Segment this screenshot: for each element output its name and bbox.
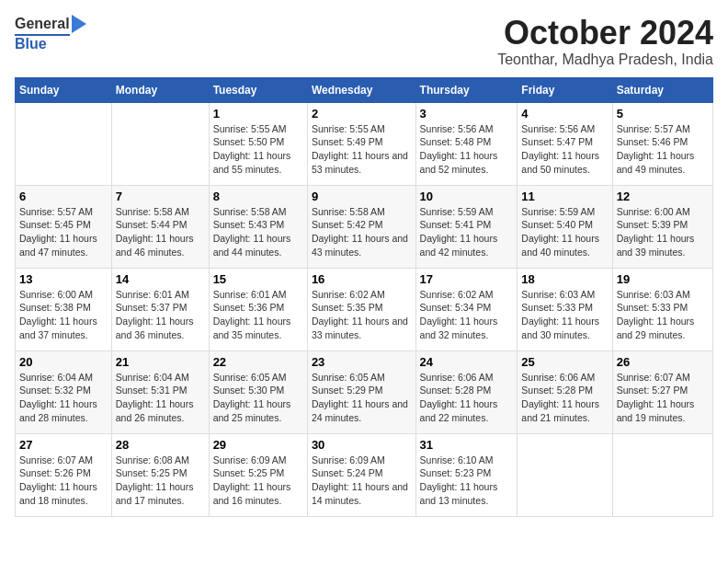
day-number-14: 14 bbox=[116, 272, 205, 286]
day-cell-3-1: 21Sunrise: 6:04 AMSunset: 5:31 PMDayligh… bbox=[111, 350, 209, 433]
calendar-subtitle: Teonthar, Madhya Pradesh, India bbox=[497, 52, 713, 68]
day-cell-1-5: 11Sunrise: 5:59 AMSunset: 5:40 PMDayligh… bbox=[518, 185, 612, 268]
day-detail-15: Sunrise: 6:01 AMSunset: 5:36 PMDaylight:… bbox=[213, 288, 303, 342]
day-number-6: 6 bbox=[19, 190, 108, 203]
week-row-4: 20Sunrise: 6:04 AMSunset: 5:32 PMDayligh… bbox=[16, 350, 713, 433]
day-number-9: 9 bbox=[312, 190, 412, 203]
day-detail-5: Sunrise: 5:57 AMSunset: 5:46 PMDaylight:… bbox=[617, 122, 709, 177]
week-row-5: 27Sunrise: 6:07 AMSunset: 5:26 PMDayligh… bbox=[16, 433, 713, 516]
header-tuesday: Tuesday bbox=[209, 77, 307, 102]
day-number-21: 21 bbox=[116, 355, 205, 369]
day-detail-23: Sunrise: 6:05 AMSunset: 5:29 PMDaylight:… bbox=[312, 371, 412, 425]
day-detail-25: Sunrise: 6:06 AMSunset: 5:28 PMDaylight:… bbox=[521, 371, 608, 425]
day-cell-3-4: 24Sunrise: 6:06 AMSunset: 5:28 PMDayligh… bbox=[415, 350, 518, 433]
day-number-15: 15 bbox=[213, 272, 303, 286]
day-number-23: 23 bbox=[312, 355, 412, 369]
day-cell-4-1: 28Sunrise: 6:08 AMSunset: 5:25 PMDayligh… bbox=[111, 433, 209, 516]
logo-general-text: General bbox=[15, 16, 70, 32]
header-thursday: Thursday bbox=[415, 77, 518, 102]
day-detail-6: Sunrise: 5:57 AMSunset: 5:45 PMDaylight:… bbox=[19, 205, 108, 259]
calendar-table: Sunday Monday Tuesday Wednesday Thursday… bbox=[15, 77, 713, 517]
day-detail-24: Sunrise: 6:06 AMSunset: 5:28 PMDaylight:… bbox=[420, 371, 514, 425]
day-number-5: 5 bbox=[617, 107, 709, 121]
day-cell-0-4: 3Sunrise: 5:56 AMSunset: 5:48 PMDaylight… bbox=[415, 102, 518, 185]
day-number-16: 16 bbox=[312, 272, 412, 286]
day-detail-2: Sunrise: 5:55 AMSunset: 5:49 PMDaylight:… bbox=[312, 122, 412, 177]
svg-marker-0 bbox=[72, 15, 86, 33]
day-cell-3-3: 23Sunrise: 6:05 AMSunset: 5:29 PMDayligh… bbox=[307, 350, 415, 433]
day-detail-22: Sunrise: 6:05 AMSunset: 5:30 PMDaylight:… bbox=[213, 371, 303, 425]
day-number-26: 26 bbox=[617, 355, 709, 369]
day-number-4: 4 bbox=[521, 107, 608, 121]
day-cell-0-6: 5Sunrise: 5:57 AMSunset: 5:46 PMDaylight… bbox=[612, 102, 712, 185]
day-detail-28: Sunrise: 6:08 AMSunset: 5:25 PMDaylight:… bbox=[116, 454, 205, 508]
day-cell-2-3: 16Sunrise: 6:02 AMSunset: 5:35 PMDayligh… bbox=[307, 268, 415, 350]
day-cell-0-2: 1Sunrise: 5:55 AMSunset: 5:50 PMDaylight… bbox=[209, 102, 307, 185]
day-cell-4-5 bbox=[518, 433, 612, 516]
day-cell-4-6 bbox=[612, 433, 712, 516]
day-detail-8: Sunrise: 5:58 AMSunset: 5:43 PMDaylight:… bbox=[213, 205, 303, 259]
header-wednesday: Wednesday bbox=[307, 77, 415, 102]
day-number-11: 11 bbox=[521, 190, 608, 203]
day-cell-1-1: 7Sunrise: 5:58 AMSunset: 5:44 PMDaylight… bbox=[111, 185, 209, 268]
day-cell-3-2: 22Sunrise: 6:05 AMSunset: 5:30 PMDayligh… bbox=[209, 350, 307, 433]
day-cell-2-2: 15Sunrise: 6:01 AMSunset: 5:36 PMDayligh… bbox=[209, 268, 307, 350]
day-detail-21: Sunrise: 6:04 AMSunset: 5:31 PMDaylight:… bbox=[116, 371, 205, 425]
day-number-17: 17 bbox=[420, 272, 514, 286]
week-row-3: 13Sunrise: 6:00 AMSunset: 5:38 PMDayligh… bbox=[16, 268, 713, 350]
day-cell-3-5: 25Sunrise: 6:06 AMSunset: 5:28 PMDayligh… bbox=[518, 350, 612, 433]
day-cell-2-4: 17Sunrise: 6:02 AMSunset: 5:34 PMDayligh… bbox=[415, 268, 518, 350]
page-header: General Blue October 2024 Teonthar, Madh… bbox=[15, 15, 713, 68]
day-cell-2-5: 18Sunrise: 6:03 AMSunset: 5:33 PMDayligh… bbox=[518, 268, 612, 350]
day-number-29: 29 bbox=[213, 438, 303, 452]
day-number-12: 12 bbox=[617, 190, 709, 203]
day-number-7: 7 bbox=[116, 190, 205, 203]
header-saturday: Saturday bbox=[612, 77, 712, 102]
day-detail-14: Sunrise: 6:01 AMSunset: 5:37 PMDaylight:… bbox=[116, 288, 205, 342]
day-number-2: 2 bbox=[312, 107, 412, 121]
day-cell-4-4: 31Sunrise: 6:10 AMSunset: 5:23 PMDayligh… bbox=[415, 433, 518, 516]
day-detail-18: Sunrise: 6:03 AMSunset: 5:33 PMDaylight:… bbox=[521, 288, 608, 342]
day-number-22: 22 bbox=[213, 355, 303, 369]
calendar-header-row: Sunday Monday Tuesday Wednesday Thursday… bbox=[16, 77, 713, 102]
day-cell-2-0: 13Sunrise: 6:00 AMSunset: 5:38 PMDayligh… bbox=[16, 268, 112, 350]
day-detail-7: Sunrise: 5:58 AMSunset: 5:44 PMDaylight:… bbox=[116, 205, 205, 259]
day-detail-30: Sunrise: 6:09 AMSunset: 5:24 PMDaylight:… bbox=[312, 454, 412, 508]
day-number-1: 1 bbox=[213, 107, 303, 121]
day-number-18: 18 bbox=[521, 272, 608, 286]
day-number-3: 3 bbox=[420, 107, 514, 121]
day-detail-9: Sunrise: 5:58 AMSunset: 5:42 PMDaylight:… bbox=[312, 205, 412, 259]
day-cell-1-3: 9Sunrise: 5:58 AMSunset: 5:42 PMDaylight… bbox=[307, 185, 415, 268]
day-detail-20: Sunrise: 6:04 AMSunset: 5:32 PMDaylight:… bbox=[19, 371, 108, 425]
day-detail-10: Sunrise: 5:59 AMSunset: 5:41 PMDaylight:… bbox=[420, 205, 514, 259]
logo-blue-text: Blue bbox=[15, 36, 86, 52]
week-row-2: 6Sunrise: 5:57 AMSunset: 5:45 PMDaylight… bbox=[16, 185, 713, 268]
day-cell-3-6: 26Sunrise: 6:07 AMSunset: 5:27 PMDayligh… bbox=[612, 350, 712, 433]
day-detail-16: Sunrise: 6:02 AMSunset: 5:35 PMDaylight:… bbox=[312, 288, 412, 342]
day-number-25: 25 bbox=[521, 355, 608, 369]
day-cell-4-0: 27Sunrise: 6:07 AMSunset: 5:26 PMDayligh… bbox=[16, 433, 112, 516]
day-number-31: 31 bbox=[420, 438, 514, 452]
calendar-title: October 2024 bbox=[497, 15, 713, 52]
day-cell-0-5: 4Sunrise: 5:56 AMSunset: 5:47 PMDaylight… bbox=[518, 102, 612, 185]
day-cell-3-0: 20Sunrise: 6:04 AMSunset: 5:32 PMDayligh… bbox=[16, 350, 112, 433]
day-cell-0-1 bbox=[111, 102, 209, 185]
logo: General Blue bbox=[15, 15, 86, 52]
day-detail-17: Sunrise: 6:02 AMSunset: 5:34 PMDaylight:… bbox=[420, 288, 514, 342]
day-number-24: 24 bbox=[420, 355, 514, 369]
day-cell-2-1: 14Sunrise: 6:01 AMSunset: 5:37 PMDayligh… bbox=[111, 268, 209, 350]
day-cell-1-6: 12Sunrise: 6:00 AMSunset: 5:39 PMDayligh… bbox=[612, 185, 712, 268]
day-detail-3: Sunrise: 5:56 AMSunset: 5:48 PMDaylight:… bbox=[420, 122, 514, 177]
day-detail-13: Sunrise: 6:00 AMSunset: 5:38 PMDaylight:… bbox=[19, 288, 108, 342]
day-detail-27: Sunrise: 6:07 AMSunset: 5:26 PMDaylight:… bbox=[19, 454, 108, 508]
day-detail-11: Sunrise: 5:59 AMSunset: 5:40 PMDaylight:… bbox=[521, 205, 608, 259]
day-detail-29: Sunrise: 6:09 AMSunset: 5:25 PMDaylight:… bbox=[213, 454, 303, 508]
title-block: October 2024 Teonthar, Madhya Pradesh, I… bbox=[497, 15, 713, 68]
day-number-13: 13 bbox=[19, 272, 108, 286]
day-cell-1-2: 8Sunrise: 5:58 AMSunset: 5:43 PMDaylight… bbox=[209, 185, 307, 268]
day-detail-31: Sunrise: 6:10 AMSunset: 5:23 PMDaylight:… bbox=[420, 454, 514, 508]
logo-arrow-icon bbox=[72, 15, 86, 33]
header-sunday: Sunday bbox=[16, 77, 112, 102]
day-number-30: 30 bbox=[312, 438, 412, 452]
day-detail-1: Sunrise: 5:55 AMSunset: 5:50 PMDaylight:… bbox=[213, 122, 303, 177]
